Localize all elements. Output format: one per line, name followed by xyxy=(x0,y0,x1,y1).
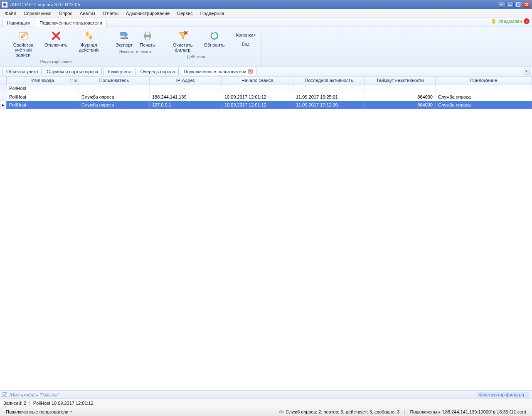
top-tab-connected-users[interactable]: Подключенные пользователи xyxy=(35,19,107,27)
grid-col-app[interactable]: Приложение xyxy=(436,77,532,84)
menu-analysis[interactable]: Анализ xyxy=(76,10,99,17)
svg-rect-2 xyxy=(508,5,512,6)
grid-filter-ip[interactable] xyxy=(150,84,222,93)
grid-col-login[interactable]: Имя входа ▽ ▣ xyxy=(7,77,79,84)
ribbon-btn-print[interactable]: Печать xyxy=(136,29,159,49)
row-indicator: ▸ xyxy=(0,101,7,109)
subtab-objects[interactable]: Объекты учета xyxy=(2,68,42,75)
cell-app: Служба опроса xyxy=(436,93,532,101)
status-bar: Подключенные пользователи ▾ Служб опроса… xyxy=(0,407,532,416)
close-tab-icon[interactable]: ✕ xyxy=(248,69,253,74)
grid-filter-start[interactable] xyxy=(222,84,293,93)
ribbon-btn-export[interactable]: Экспорт xyxy=(113,29,136,49)
table-row[interactable]: ▸ PollHost Служба опроса 127.0.0.1 10.09… xyxy=(0,101,532,109)
filter-expression: [Имя входа] = 'PollHost' xyxy=(10,392,477,397)
grid-filter-last[interactable] xyxy=(293,84,365,93)
ribbon-group-actions-label: Действия xyxy=(165,54,228,61)
notification-badge: 5 xyxy=(524,18,530,24)
grid-filter-timeout[interactable] xyxy=(365,84,436,93)
grid-filter-user[interactable] xyxy=(79,84,150,93)
ribbon: Свойства учётной записи Отключить Журнал… xyxy=(0,27,532,67)
ribbon-btn-disconnect[interactable]: Отключить xyxy=(42,29,71,49)
cell-ip: 188.244.141.139 xyxy=(150,93,222,101)
grid-col-timeout[interactable]: Таймаут неактивности xyxy=(365,77,436,84)
ribbon-btn-disconnect-label: Отключить xyxy=(44,42,68,47)
svg-point-4 xyxy=(493,23,495,24)
ribbon-btn-clear-filter[interactable]: Очистить фильтр xyxy=(165,29,201,54)
cell-start: 10.09.2017 12:01:12 xyxy=(222,93,293,101)
filter-enabled-checkbox[interactable] xyxy=(2,392,7,397)
svg-point-12 xyxy=(279,411,283,413)
menu-dicts[interactable]: Справочники xyxy=(20,10,55,17)
ribbon-btn-columns[interactable]: Колонки ▾ xyxy=(233,29,259,41)
ribbon-group-actions: Очистить фильтр Обновить Действия xyxy=(162,29,231,67)
ribbon-btn-print-label: Печать xyxy=(140,42,155,47)
cell-last: 11.09.2017 16:25:01 xyxy=(293,93,365,101)
window-titlebar: ЛЭРС УЧЕТ версия 3.07 R23.05 xyxy=(0,0,532,9)
notification-label: Уведомлен xyxy=(498,19,522,24)
ribbon-group-export-label: Экспорт и печать xyxy=(113,49,159,56)
separator xyxy=(404,409,405,415)
status-services: Служб опроса: 2; портов: 5, действует: 3… xyxy=(276,409,402,414)
separator xyxy=(30,401,30,406)
subtab-points[interactable]: Точки учета xyxy=(103,68,135,75)
window-title: ЛЭРС УЧЕТ версия 3.07 R23.05 xyxy=(10,2,498,7)
refresh-icon xyxy=(209,30,220,42)
cell-app: Служба опроса xyxy=(436,101,532,109)
cell-timeout: 864000 xyxy=(365,93,436,101)
filter-builder-link[interactable]: Конструктор фильтра... xyxy=(477,392,530,398)
chevron-down-icon: ▾ xyxy=(254,33,256,37)
grid-col-ip[interactable]: IP-Адрес xyxy=(150,77,222,84)
ribbon-group-edit-label: Редактирование xyxy=(5,59,107,66)
subtab-services[interactable]: Службы и порты опроса xyxy=(43,68,102,75)
filter-pin-icon[interactable]: ▣ xyxy=(74,79,77,82)
minimize-button[interactable] xyxy=(506,2,514,7)
svg-rect-8 xyxy=(121,37,128,39)
menu-file[interactable]: Файл xyxy=(2,10,20,17)
grid-indicator-header xyxy=(0,77,7,84)
ribbon-group-export: Экспорт Печать Экспорт и печать xyxy=(110,29,162,67)
ribbon-btn-journal-label: Журнал действий xyxy=(74,42,104,52)
menu-admin[interactable]: Администрирование xyxy=(123,10,173,17)
funnel-icon xyxy=(2,87,4,91)
status-left[interactable]: Подключенные пользователи ▾ xyxy=(3,409,74,414)
grid-body[interactable]: PollHost Служба опроса 188.244.141.139 1… xyxy=(0,93,532,390)
cell-timeout: 864000 xyxy=(365,101,436,109)
grid-filter-app[interactable] xyxy=(436,84,532,93)
menu-service[interactable]: Сервис xyxy=(174,10,196,17)
notifications[interactable]: Уведомлен 5 xyxy=(491,18,530,24)
data-grid: Имя входа ▽ ▣ Пользователь IP-Адрес Нача… xyxy=(0,76,532,399)
services-icon xyxy=(279,409,284,414)
menu-poll[interactable]: Опрос xyxy=(56,10,76,17)
svg-rect-10 xyxy=(145,32,150,35)
subtab-queue[interactable]: Очередь опроса xyxy=(137,68,179,75)
grid-filter-login[interactable]: PollHost xyxy=(7,84,79,93)
maximize-button[interactable] xyxy=(515,2,522,7)
grid-col-user[interactable]: Пользователь xyxy=(79,77,150,84)
menu-reports[interactable]: Отчеты xyxy=(99,10,122,17)
ribbon-btn-export-label: Экспорт xyxy=(116,42,133,47)
menu-support[interactable]: Поддержка xyxy=(197,10,227,17)
table-row[interactable]: PollHost Служба опроса 188.244.141.139 1… xyxy=(0,93,532,101)
grid-col-last[interactable]: Последняя активность xyxy=(293,77,365,84)
clear-filter-icon xyxy=(177,30,189,42)
export-icon xyxy=(118,30,130,42)
cell-user: Служба опроса xyxy=(79,93,150,101)
subtab-connected-users[interactable]: Подключенные пользователи ✕ xyxy=(180,68,256,75)
ribbon-btn-journal[interactable]: Журнал действий xyxy=(71,29,107,54)
fullwidth-button[interactable] xyxy=(498,2,505,7)
app-icon xyxy=(2,2,7,7)
close-panel-button[interactable]: ✕ xyxy=(524,69,530,74)
window-controls xyxy=(498,2,530,7)
close-button[interactable] xyxy=(523,2,530,7)
ribbon-btn-properties[interactable]: Свойства учётной записи xyxy=(5,29,42,59)
top-tab-navigation[interactable]: Навигация xyxy=(2,19,34,27)
properties-icon xyxy=(17,30,29,42)
svg-rect-3 xyxy=(517,3,520,6)
disconnect-icon xyxy=(50,30,62,42)
grid-filter-row: PollHost xyxy=(0,84,532,93)
ribbon-group-edit: Свойства учётной записи Отключить Журнал… xyxy=(2,29,110,67)
grid-header: Имя входа ▽ ▣ Пользователь IP-Адрес Нача… xyxy=(0,77,532,84)
ribbon-btn-refresh[interactable]: Обновить xyxy=(201,29,228,49)
grid-col-start[interactable]: Начало сеанса xyxy=(222,77,293,84)
